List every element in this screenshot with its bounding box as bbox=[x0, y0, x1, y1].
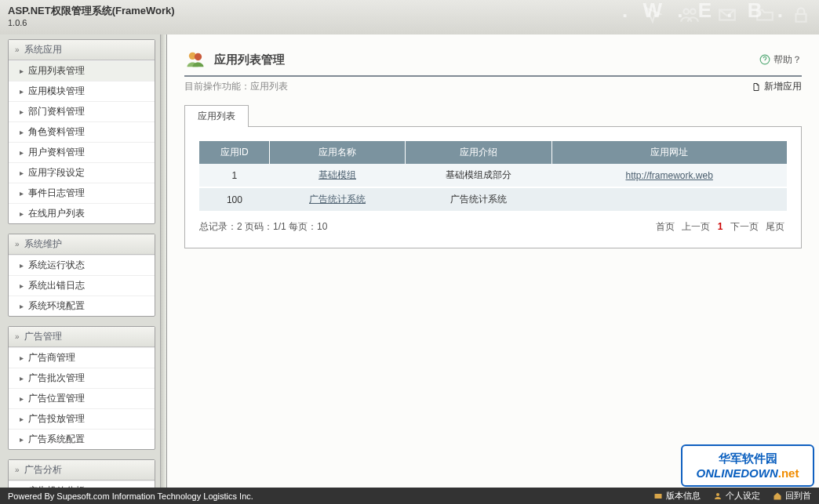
nav-item-app-module[interactable]: ▸应用模块管理 bbox=[9, 81, 155, 101]
arrow-icon: ▸ bbox=[20, 87, 24, 96]
nav-item-label: 广告位置管理 bbox=[28, 392, 85, 405]
footer-bar: Powered By Supesoft.com Information Tech… bbox=[0, 488, 819, 504]
nav-item-online-users[interactable]: ▸在线用户列表 bbox=[9, 203, 155, 223]
arrow-icon: ▸ bbox=[20, 107, 24, 116]
svg-rect-3 bbox=[796, 14, 806, 22]
folder-icon bbox=[753, 5, 777, 25]
pager-current: 1 bbox=[718, 221, 723, 232]
nav-item-label: 系统出错日志 bbox=[28, 279, 85, 292]
footer-link-version[interactable]: 版本信息 bbox=[653, 490, 701, 502]
nav-item-ad-config[interactable]: ▸广告系统配置 bbox=[9, 429, 155, 449]
page-title: 应用列表管理 bbox=[214, 53, 285, 67]
nav-item-label: 用户资料管理 bbox=[28, 146, 85, 159]
breadcrumb-row: 目前操作功能：应用列表 新增应用 bbox=[184, 80, 802, 93]
nav-group-ads-mgmt: »广告管理 ▸广告商管理 ▸广告批次管理 ▸广告位置管理 ▸广告投放管理 ▸广告… bbox=[8, 326, 155, 450]
nav-item-event-log[interactable]: ▸事件日志管理 bbox=[9, 183, 155, 203]
breadcrumb: 目前操作功能：应用列表 bbox=[184, 80, 288, 93]
header-icon-row bbox=[643, 5, 811, 25]
tab-strip: 应用列表 bbox=[184, 104, 802, 126]
card-icon bbox=[653, 491, 663, 501]
nav-item-ad-position[interactable]: ▸广告位置管理 bbox=[9, 388, 155, 408]
cell-app-url-link[interactable]: http://framework.web bbox=[626, 170, 713, 181]
svg-point-8 bbox=[716, 493, 719, 496]
watermark-badge: 华军软件园 ONLINEDOWN.net bbox=[681, 444, 814, 487]
nav-item-field-config[interactable]: ▸应用字段设定 bbox=[9, 162, 155, 183]
nav-item-label: 应用列表管理 bbox=[28, 64, 85, 78]
arrow-icon: ▸ bbox=[20, 415, 24, 423]
pager-last[interactable]: 尾页 bbox=[766, 221, 784, 232]
arrow-icon: ▸ bbox=[20, 128, 24, 136]
arrow-icon: ▸ bbox=[20, 148, 24, 157]
table-row: 100 广告统计系统 广告统计系统 bbox=[199, 187, 787, 212]
col-app-desc: 应用介绍 bbox=[405, 141, 551, 164]
nav-item-role-info[interactable]: ▸角色资料管理 bbox=[9, 121, 155, 142]
footer-link-label: 版本信息 bbox=[666, 490, 701, 502]
arrow-icon: ▸ bbox=[20, 281, 24, 290]
nav-item-label: 广告商管理 bbox=[28, 351, 75, 364]
nav-group-header[interactable]: »广告分析 bbox=[9, 460, 155, 480]
nav-item-ad-delivery[interactable]: ▸广告投放管理 bbox=[9, 408, 155, 429]
page-header: 应用列表管理 帮助？ bbox=[184, 49, 802, 77]
nav-group-header[interactable]: »广告管理 bbox=[9, 327, 155, 347]
col-app-name: 应用名称 bbox=[270, 141, 405, 164]
arrow-icon: ▸ bbox=[20, 374, 24, 383]
nav-item-advertiser[interactable]: ▸广告商管理 bbox=[9, 347, 155, 368]
footer-link-label: 个人设定 bbox=[726, 490, 760, 502]
nav-item-label: 广告批次管理 bbox=[28, 372, 85, 385]
nav-group-label: 广告管理 bbox=[24, 330, 62, 343]
person-icon bbox=[713, 491, 723, 501]
chevron-down-icon: » bbox=[15, 45, 20, 54]
add-app-label: 新增应用 bbox=[764, 80, 802, 93]
svg-rect-7 bbox=[655, 494, 662, 499]
svg-point-5 bbox=[195, 53, 202, 60]
nav-item-env-config[interactable]: ▸系统环境配置 bbox=[9, 296, 155, 316]
nav-group-system-app: »系统应用 ▸应用列表管理 ▸应用模块管理 ▸部门资料管理 ▸角色资料管理 ▸用… bbox=[8, 39, 155, 224]
arrow-icon: ▸ bbox=[20, 169, 24, 177]
tab-app-list[interactable]: 应用列表 bbox=[184, 105, 249, 127]
nav-item-label: 角色资料管理 bbox=[28, 125, 85, 139]
nav-item-user-info[interactable]: ▸用户资料管理 bbox=[9, 142, 155, 162]
cell-app-url bbox=[551, 187, 787, 212]
arrow-icon: ▸ bbox=[20, 394, 24, 403]
nav-group-header[interactable]: »系统应用 bbox=[9, 40, 155, 60]
col-app-id: 应用ID bbox=[199, 141, 270, 164]
help-link-label: 帮助？ bbox=[774, 53, 802, 67]
nav-item-label: 应用模块管理 bbox=[28, 85, 85, 98]
content-area: 应用列表管理 帮助？ 目前操作功能：应用列表 新增应用 应用列表 应用ID bbox=[167, 34, 819, 489]
nav-item-dept-info[interactable]: ▸部门资料管理 bbox=[9, 101, 155, 121]
users-icon bbox=[184, 49, 206, 71]
nav-group-header[interactable]: »系统维护 bbox=[9, 234, 155, 255]
cell-app-name-link[interactable]: 广告统计系统 bbox=[309, 194, 366, 205]
nav-item-run-status[interactable]: ▸系统运行状态 bbox=[9, 255, 155, 275]
pager-first[interactable]: 首页 bbox=[656, 221, 675, 232]
footer-link-home[interactable]: 回到首 bbox=[773, 490, 811, 502]
new-doc-icon bbox=[752, 82, 761, 92]
nav-item-error-log[interactable]: ▸系统出错日志 bbox=[9, 275, 155, 296]
nav-item-label: 应用字段设定 bbox=[28, 166, 85, 179]
svg-point-1 bbox=[690, 9, 696, 14]
add-app-link[interactable]: 新增应用 bbox=[752, 80, 802, 93]
footer-link-personal[interactable]: 个人设定 bbox=[713, 490, 760, 502]
arrow-icon: ▸ bbox=[20, 67, 24, 75]
cell-app-name-link[interactable]: 基础模组 bbox=[318, 169, 356, 180]
watermark-en-prefix: ONLINEDOWN bbox=[697, 466, 778, 480]
pager-next[interactable]: 下一页 bbox=[730, 221, 759, 232]
nav-item-app-list[interactable]: ▸应用列表管理 bbox=[9, 60, 155, 81]
nav-item-label: 广告投放管理 bbox=[28, 412, 85, 426]
arrow-icon: ▸ bbox=[20, 189, 24, 198]
nav-item-ad-batch[interactable]: ▸广告批次管理 bbox=[9, 368, 155, 388]
cell-app-desc: 基础模组成部分 bbox=[405, 164, 551, 187]
nav-group-ads-analysis: »广告分析 ▸广告投放分析 ▸广告每日流量 ▸注册用户统计 ▸每日流量汇总 bbox=[8, 459, 155, 489]
pager-prev[interactable]: 上一页 bbox=[682, 221, 710, 232]
cell-app-desc: 广告统计系统 bbox=[405, 187, 551, 212]
nav-item-label: 在线用户列表 bbox=[28, 207, 85, 220]
home-icon bbox=[773, 491, 782, 501]
chevron-down-icon: » bbox=[15, 240, 20, 248]
help-link[interactable]: 帮助？ bbox=[759, 53, 802, 67]
app-table: 应用ID 应用名称 应用介绍 应用网址 1 基础模组 基础模组成部分 http:… bbox=[199, 141, 787, 212]
arrow-icon: ▸ bbox=[20, 261, 24, 270]
tab-panel: 应用ID 应用名称 应用介绍 应用网址 1 基础模组 基础模组成部分 http:… bbox=[184, 126, 802, 248]
pager-links: 首页 上一页 1 下一页 尾页 bbox=[653, 220, 787, 234]
splitter[interactable] bbox=[161, 34, 167, 489]
pager-row: 总记录：2 页码：1/1 每页：10 首页 上一页 1 下一页 尾页 bbox=[199, 220, 787, 234]
